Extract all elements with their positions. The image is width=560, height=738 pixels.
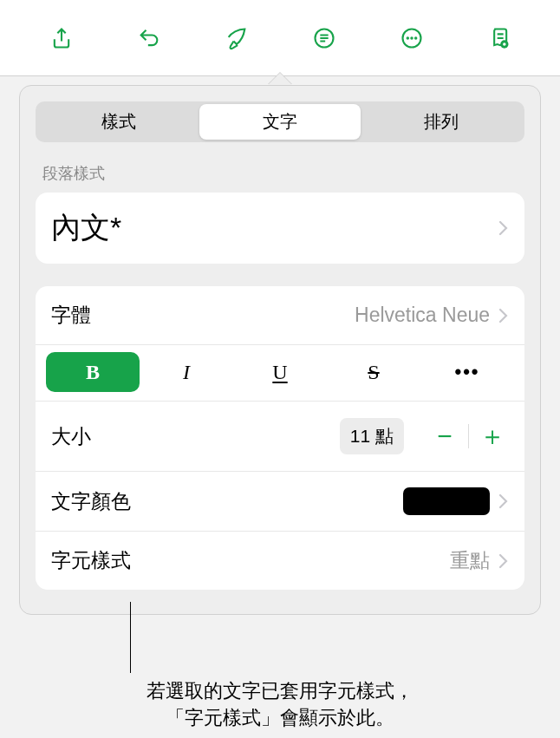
character-style-value: 重點 [450,547,490,574]
size-increase-button[interactable]: ＋ [469,417,516,455]
italic-button[interactable]: I [140,352,233,392]
chevron-right-icon [498,308,509,323]
paragraph-style-row[interactable]: 內文* [36,193,524,264]
share-button[interactable] [27,14,96,62]
size-value[interactable]: 11 點 [340,418,404,454]
size-row: 大小 11 點 − ＋ [36,402,524,472]
tab-style[interactable]: 樣式 [38,104,199,140]
undo-icon [137,26,161,50]
format-panel: 樣式 文字 排列 段落樣式 內文* 字體 Helvetica Neue B I [19,85,541,615]
underline-button[interactable]: U [233,352,327,392]
chevron-right-icon [498,493,509,509]
more-icon [400,26,424,50]
more-format-button[interactable]: ••• [420,352,514,392]
svg-point-2 [407,37,407,38]
character-style-row[interactable]: 字元樣式 重點 [36,532,524,590]
strikethrough-button[interactable]: S [327,352,420,392]
panel-tabs: 樣式 文字 排列 [36,101,524,142]
svg-point-6 [503,42,506,46]
svg-point-4 [414,37,415,38]
bold-button[interactable]: B [46,352,140,392]
format-button[interactable] [202,14,271,62]
document-options-button[interactable] [465,14,534,62]
panel-pointer [268,73,292,85]
text-color-row[interactable]: 文字顏色 [36,472,524,532]
tab-text[interactable]: 文字 [199,104,361,140]
size-decrease-button[interactable]: − [421,417,468,455]
size-stepper: − ＋ [421,417,516,455]
chevron-right-icon [498,553,509,569]
tab-arrange[interactable]: 排列 [361,104,522,140]
font-label: 字體 [51,302,91,329]
format-brush-icon [225,26,249,50]
callout-leader-line [130,602,131,673]
toc-button[interactable] [290,14,359,62]
format-buttons-row: B I U S ••• [36,345,524,402]
paragraph-style-header: 段落樣式 [42,163,518,184]
size-label: 大小 [51,423,91,450]
text-color-swatch [403,487,490,515]
list-icon [312,26,336,50]
main-toolbar [0,0,560,76]
paragraph-style-value: 內文* [51,208,121,248]
character-style-label: 字元樣式 [51,547,131,574]
undo-button[interactable] [114,14,184,62]
text-color-label: 文字顏色 [51,488,131,515]
font-row[interactable]: 字體 Helvetica Neue [36,286,524,345]
chevron-right-icon [498,220,509,236]
svg-point-3 [411,37,412,38]
font-value: Helvetica Neue [355,304,490,327]
callout-text: 若選取的文字已套用字元樣式， 「字元樣式」會顯示於此。 [0,678,560,732]
more-button[interactable] [377,14,446,62]
document-icon [487,26,511,50]
share-icon [49,26,74,50]
